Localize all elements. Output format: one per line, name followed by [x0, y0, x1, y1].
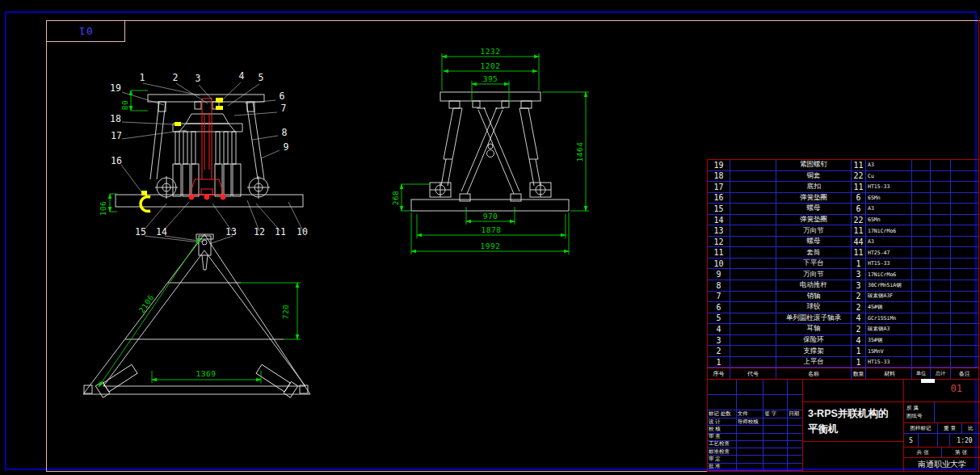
parts-list-cell	[730, 269, 776, 280]
approval-header-cell: 标记 处数	[708, 410, 737, 418]
approval-grid: 标记 处数文件签 字日期设 计导师校核校 核审 查工艺检查标准检查审 定批 准	[708, 380, 803, 471]
parts-list-cell	[931, 346, 951, 356]
parts-list-cell: 6	[852, 204, 866, 214]
parts-list-cell: 底扣	[776, 182, 852, 192]
parts-list-cell: 碳素钢A3	[866, 324, 912, 334]
mark-value: S	[904, 434, 919, 447]
parts-list-cell: 4	[852, 313, 866, 324]
parts-list-row: 19紧固螺钉11A3	[708, 160, 978, 171]
approval-row: 审 查	[708, 434, 802, 441]
approval-date-cell	[788, 418, 802, 425]
side-dimension-labels: 12321202395146426897018781992	[391, 47, 584, 250]
parts-list-cell: 19	[708, 160, 730, 170]
parts-list-row: 13万向节1117NiCrMo6	[708, 225, 978, 237]
approval-doc-cell: 导师校核	[737, 418, 764, 425]
dimension-value: 106	[99, 201, 107, 216]
parts-list-cell	[912, 247, 931, 258]
parts-list-cell	[730, 259, 776, 269]
dimension-value: 1992	[481, 242, 501, 250]
balloon-number: 3	[196, 73, 201, 84]
parts-list-cell: 10	[708, 259, 730, 269]
parts-list-cell	[912, 269, 931, 280]
parts-list-cell: 电动推杆	[776, 280, 852, 291]
parts-list-row: 17底扣11HT15-33	[708, 182, 978, 193]
parts-list-cell: HT15-33	[866, 357, 912, 368]
parts-list-cell: 万向节	[776, 225, 852, 236]
parts-list-cell	[931, 237, 951, 247]
approval-header-cell: 签 字	[763, 410, 788, 418]
header-name: 名称	[776, 368, 852, 379]
parts-list-cell: 1	[852, 259, 866, 269]
balloon-number: 17	[111, 130, 122, 141]
parts-list-cell	[912, 204, 931, 214]
side-view	[411, 92, 569, 211]
parts-list-cell	[951, 247, 978, 258]
title-block: 标记 处数文件签 字日期设 计导师校核校 核审 查工艺检查标准检查审 定批 准 …	[707, 380, 979, 471]
approval-row: 标准检查	[708, 448, 802, 456]
balloon-number: 14	[156, 226, 167, 238]
page-label: 第 张	[942, 448, 980, 457]
parts-list-cell	[931, 160, 951, 170]
parts-list-cell: 5	[708, 313, 730, 324]
parts-list-cell	[931, 182, 951, 192]
parts-list-cell: HT15-33	[866, 259, 912, 269]
parts-list-row: 5单列圆柱滚子轴承4GCr15SiMn	[708, 313, 978, 325]
header-notes: 备注	[951, 368, 978, 379]
approval-role-label: 设 计	[708, 418, 737, 425]
scale-value: 1:20	[950, 434, 979, 447]
parts-list-cell	[730, 247, 776, 258]
parts-list-cell: 2	[708, 346, 730, 356]
parts-list-cell: 螺母	[776, 204, 852, 214]
parts-list-cell	[951, 193, 978, 204]
header-code: 代号	[730, 368, 776, 379]
parts-list-cell	[730, 193, 776, 204]
parts-list-cell: 6	[852, 193, 866, 204]
header-no: 序号	[708, 368, 730, 379]
parts-list-cell	[912, 237, 931, 247]
mark-label: 图样标记	[904, 423, 938, 433]
dimension-value: 2106	[137, 293, 156, 315]
parts-list-cell	[951, 259, 978, 269]
parts-list-header: 序号 代号 名称 数量 材料 单位 总计 备注	[707, 368, 979, 380]
cad-canvas[interactable]: 01	[0, 0, 980, 475]
parts-list-cell: 9	[708, 269, 730, 280]
parts-list-cell	[931, 302, 951, 313]
parts-list-cell: 8	[708, 280, 730, 291]
balloon-number: 6	[280, 90, 285, 102]
parts-list-cell	[912, 280, 931, 291]
parts-list-cell	[951, 160, 978, 170]
balloon-number: 13	[225, 226, 237, 238]
parts-list-cell: 30CrMnSiA钢	[866, 280, 912, 291]
approval-date-cell	[788, 448, 802, 455]
title-right-column: 01 所 属 图纸号 图样标记 重 量 比 S 1:20	[904, 380, 980, 471]
belongs-label: 所 属	[906, 404, 934, 412]
parts-list-cell	[730, 182, 776, 192]
parts-list-cell	[912, 182, 931, 192]
parts-list-cell	[951, 269, 978, 280]
balloon-number: 8	[282, 127, 288, 138]
parts-list-cell: 螺母	[776, 237, 852, 247]
parts-list-cell: 2	[852, 302, 866, 313]
balloon-number: 7	[281, 103, 287, 114]
dimension-value: 1369	[196, 369, 217, 378]
parts-list-cell: 11	[852, 182, 866, 192]
approval-sign-cell	[763, 426, 788, 432]
parts-list-cell: HT25-47	[866, 247, 912, 258]
parts-list-cell	[912, 160, 931, 170]
parts-list-cell	[951, 225, 978, 236]
parts-list-cell	[931, 259, 951, 269]
parts-list-cell: GCr15SiMn	[866, 313, 912, 324]
parts-list-cell: 11	[852, 160, 866, 170]
approval-role-label: 审 定	[708, 456, 737, 462]
parts-list-cell	[951, 357, 978, 368]
parts-list-cell: 铜套	[776, 171, 852, 182]
parts-list-cell	[730, 313, 776, 324]
parts-list-cell	[931, 357, 951, 368]
approval-doc-cell	[737, 464, 764, 470]
parts-list-row: 15螺母6A3	[708, 204, 978, 215]
balloon-number: 12	[254, 226, 265, 238]
approval-empty-row	[708, 395, 802, 410]
header-qty: 数量	[852, 368, 866, 379]
parts-list-cell	[912, 225, 931, 236]
parts-list-cell	[730, 215, 776, 225]
